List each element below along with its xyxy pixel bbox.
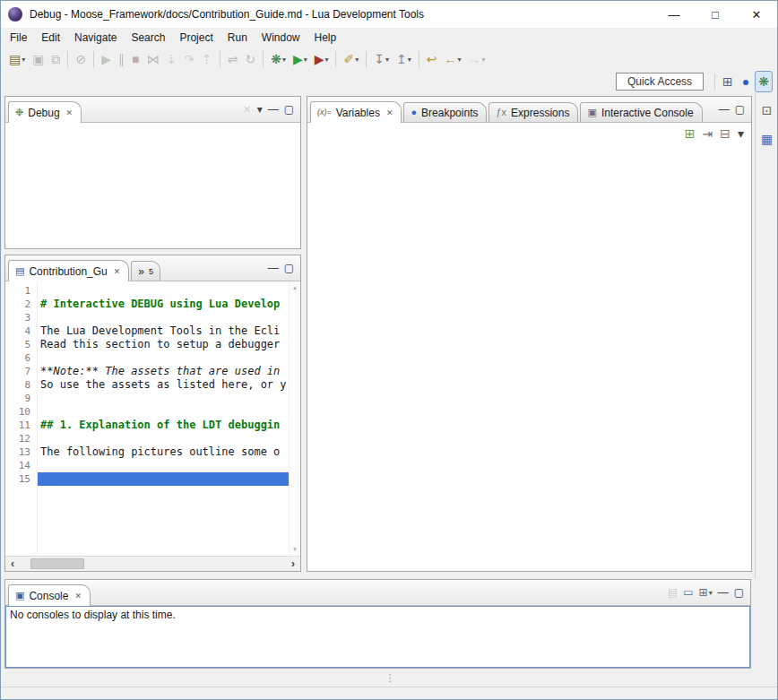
tab-console[interactable]: ▣ Console ✕ bbox=[8, 584, 91, 606]
show-logical-structure-icon[interactable]: ⇥ bbox=[699, 123, 717, 144]
minimize-console-icon[interactable]: — bbox=[715, 583, 731, 601]
dropdown-arrow-icon[interactable]: ▾ bbox=[709, 589, 713, 597]
console-content[interactable]: No consoles to display at this time. bbox=[5, 606, 750, 668]
next-annotation-glyph: ↧ bbox=[374, 53, 385, 65]
dropdown-arrow-icon[interactable]: ▾ bbox=[282, 56, 286, 64]
scrollbar-thumb[interactable] bbox=[30, 558, 84, 569]
menu-window[interactable]: Window bbox=[255, 30, 307, 46]
tab-breakpoints[interactable]: ●Breakpoints bbox=[403, 102, 487, 122]
line-number: 2 bbox=[5, 298, 30, 311]
tab-expressions[interactable]: ƒxExpressions bbox=[488, 102, 578, 122]
dropdown-arrow-icon[interactable]: ▾ bbox=[385, 56, 389, 64]
tab-debug[interactable]: ❉ Debug ✕ bbox=[8, 101, 82, 123]
editor-line-5[interactable]: Read this section to setup a debugger bbox=[38, 338, 289, 351]
editor-line-12[interactable] bbox=[38, 432, 289, 445]
terminate-glyph: ■ bbox=[132, 53, 139, 65]
dropdown-arrow-icon[interactable]: ▾ bbox=[355, 56, 359, 64]
editor-code[interactable]: # Interactive DEBUG using Lua DevelopThe… bbox=[38, 281, 289, 556]
debug-perspective-icon[interactable]: ❋ bbox=[755, 71, 773, 92]
restart-icon: ↻ bbox=[241, 48, 259, 70]
variables-tree[interactable] bbox=[307, 144, 751, 571]
debug-view-menu-icon[interactable]: ▾ bbox=[255, 100, 265, 118]
editor-line-6[interactable] bbox=[38, 351, 289, 365]
tab-contribution-guide[interactable]: ▤ Contribution_Gu ✕ bbox=[8, 260, 129, 281]
scroll-left-icon[interactable]: ‹ bbox=[5, 558, 20, 569]
tab-label: Expressions bbox=[511, 107, 569, 119]
display-selected-console-icon[interactable]: ▭ bbox=[680, 583, 696, 601]
editor-line-15[interactable] bbox=[38, 472, 289, 486]
close-tab-icon[interactable]: ✕ bbox=[74, 592, 82, 601]
tab-interactive-console[interactable]: ▣Interactive Console bbox=[580, 102, 702, 122]
scroll-up-icon[interactable]: ▴ bbox=[293, 284, 297, 291]
menu-edit[interactable]: Edit bbox=[34, 30, 67, 46]
perspective-bar: ⊞●❋ bbox=[719, 71, 773, 92]
menu-file[interactable]: File bbox=[3, 30, 34, 46]
editor-overflow-tab[interactable]: »5 bbox=[131, 261, 160, 281]
dropdown-arrow-icon[interactable]: ▾ bbox=[324, 56, 328, 64]
menu-help[interactable]: Help bbox=[307, 30, 344, 46]
editor-line-1[interactable] bbox=[38, 284, 289, 298]
menu-search[interactable]: Search bbox=[124, 30, 172, 46]
minimize-window-button[interactable]: — bbox=[653, 1, 695, 28]
open-perspective-icon[interactable]: ⊞ bbox=[719, 71, 737, 92]
menu-navigate[interactable]: Navigate bbox=[67, 30, 124, 46]
run-icon[interactable]: ▶▾ bbox=[290, 48, 311, 70]
close-window-button[interactable]: ✕ bbox=[736, 1, 777, 28]
bottom-sash[interactable]: ⋮ bbox=[1, 669, 778, 687]
close-tab-icon[interactable]: ✕ bbox=[66, 108, 73, 117]
scroll-down-icon[interactable]: ▾ bbox=[293, 546, 297, 553]
close-tab-icon[interactable]: ✕ bbox=[386, 108, 393, 117]
maximize-debug-view-icon[interactable]: ▢ bbox=[281, 100, 297, 118]
dropdown-arrow-icon[interactable]: ▾ bbox=[481, 56, 485, 64]
restore-view-icon[interactable]: ⊡ bbox=[758, 99, 776, 121]
open-console-icon[interactable]: ⊞▾ bbox=[696, 583, 715, 601]
dropdown-arrow-icon[interactable]: ▾ bbox=[304, 56, 307, 64]
tab-variables[interactable]: (x)=Variables✕ bbox=[310, 101, 402, 123]
minimize-debug-view-icon[interactable]: — bbox=[265, 100, 281, 118]
maximize-console-icon[interactable]: ▢ bbox=[731, 583, 747, 601]
previous-annotation-icon[interactable]: ↥▾ bbox=[393, 48, 415, 70]
minimized-view-icon[interactable]: ▦ bbox=[757, 128, 776, 150]
close-tab-icon[interactable]: ✕ bbox=[114, 267, 121, 276]
editor-line-8[interactable]: So use the assets as listed here, or y bbox=[38, 378, 289, 392]
editor-line-2[interactable]: # Interactive DEBUG using Lua Develop bbox=[38, 298, 289, 311]
variables-view-menu-icon[interactable]: ▾ bbox=[734, 123, 748, 144]
editor-line-3[interactable] bbox=[38, 311, 289, 324]
markdown-file-icon: ▤ bbox=[15, 266, 24, 276]
editor-line-14[interactable] bbox=[38, 459, 289, 472]
scroll-right-icon[interactable]: › bbox=[286, 558, 300, 569]
maximize-window-button[interactable]: □ bbox=[695, 1, 736, 28]
editor-line-7[interactable]: **Note:** The assets that are used in bbox=[38, 365, 289, 378]
dropdown-arrow-icon[interactable]: ▾ bbox=[457, 56, 461, 64]
editor-vertical-scrollbar[interactable]: ▴ ▾ bbox=[289, 281, 300, 556]
right-view-panel: (x)=Variables✕●BreakpointsƒxExpressions▣… bbox=[307, 96, 752, 572]
editor-line-4[interactable]: The Lua Development Tools in the Ecli bbox=[38, 324, 289, 338]
lua-perspective-icon[interactable]: ● bbox=[739, 71, 753, 92]
dropdown-arrow-icon[interactable]: ▾ bbox=[408, 56, 411, 64]
new-icon[interactable]: ▤▾ bbox=[5, 48, 29, 70]
sash-drag-handle[interactable]: ⋮ bbox=[385, 672, 395, 684]
menu-run[interactable]: Run bbox=[220, 30, 255, 46]
menu-project[interactable]: Project bbox=[172, 30, 220, 46]
minimize-right-view-icon[interactable]: — bbox=[716, 100, 732, 118]
collapse-all-icon[interactable]: ⊟ bbox=[716, 123, 734, 144]
maximize-right-view-icon[interactable]: ▢ bbox=[732, 100, 748, 118]
last-edit-location-icon[interactable]: ↩ bbox=[423, 48, 441, 70]
external-tools-icon[interactable]: ▶▾ bbox=[311, 48, 333, 70]
dropdown-arrow-icon[interactable]: ▾ bbox=[22, 56, 25, 64]
editor-line-11[interactable]: ## 1. Explanation of the LDT debuggin bbox=[38, 419, 289, 432]
next-annotation-icon[interactable]: ↧▾ bbox=[370, 48, 393, 70]
debug-icon[interactable]: ❋▾ bbox=[267, 48, 290, 70]
editor-line-10[interactable] bbox=[38, 405, 289, 419]
new-glyph: ▤ bbox=[9, 53, 21, 65]
editor-line-9[interactable] bbox=[38, 392, 289, 405]
back-icon[interactable]: ←▾ bbox=[440, 48, 464, 70]
quick-access-box[interactable]: Quick Access bbox=[616, 73, 704, 91]
open-element-icon[interactable]: ✐▾ bbox=[340, 48, 362, 70]
debug-view-content[interactable] bbox=[5, 123, 300, 248]
maximize-editor-area-icon[interactable]: ▢ bbox=[281, 259, 297, 277]
editor-line-13[interactable]: The following pictures outline some o bbox=[38, 445, 289, 459]
show-type-names-icon[interactable]: ⊞ bbox=[681, 123, 699, 144]
minimize-editor-area-icon[interactable]: — bbox=[265, 259, 281, 277]
editor-horizontal-scrollbar[interactable]: ‹ › bbox=[5, 556, 300, 571]
